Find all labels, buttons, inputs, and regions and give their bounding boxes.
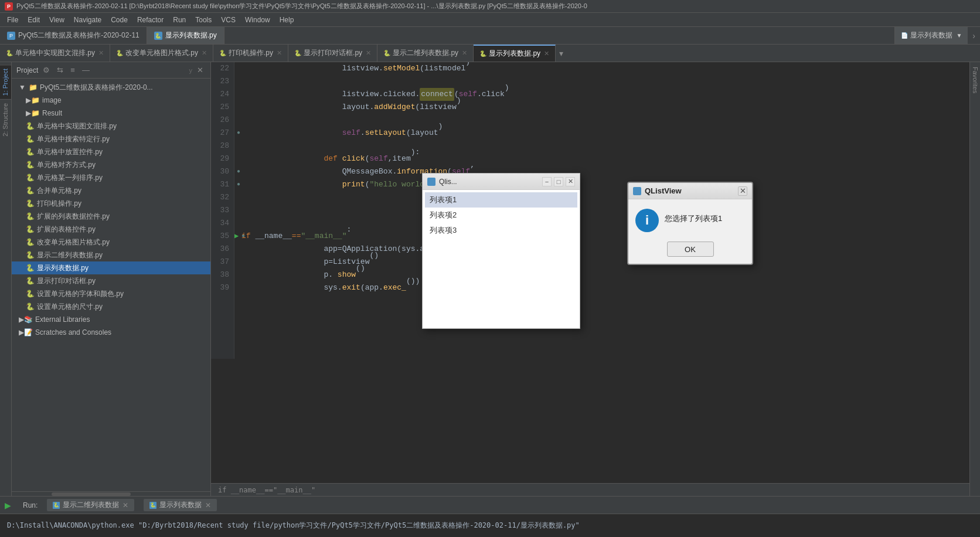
tree-file-7[interactable]: 🐍 扩展的列表数据控件.py [12, 210, 210, 223]
file-dropdown[interactable]: 📄 显示列表数据 ▼ [894, 27, 968, 45]
tab-显示列表数据[interactable]: 🐍 显示列表数据.py ✕ [474, 45, 556, 62]
qlistview-window[interactable]: Qlis... − □ ✕ 列表项1 列表项2 列表项3 [422, 173, 580, 329]
info-titlebar: QListView ✕ [628, 183, 752, 199]
file-icon-1: 🐍 [26, 135, 35, 143]
tree-file-1[interactable]: 🐍 单元格中搜索特定行.py [12, 132, 210, 145]
sidebar-close-icon[interactable]: ✕ [195, 64, 206, 76]
tab-scroll-right[interactable]: › [968, 27, 980, 45]
menu-window[interactable]: Window [240, 15, 275, 25]
tab-close-4[interactable]: ✕ [462, 49, 467, 57]
sidebar-y-letter: y [189, 67, 193, 74]
tab-label-0: 单元格中实现图文混排.py [15, 48, 95, 58]
tree-file-10[interactable]: 🐍 显示二维列表数据.py [12, 249, 210, 261]
menu-edit[interactable]: Edit [23, 15, 45, 25]
menu-tools[interactable]: Tools [190, 15, 216, 25]
file-icon-6: 🐍 [26, 199, 35, 208]
sidebar-settings-icon[interactable]: ⚙ [40, 64, 52, 76]
tab-打印机操作[interactable]: 🐍 打印机操作.py ✕ [213, 45, 288, 62]
sidebar-gear-icon[interactable]: ≡ [68, 64, 77, 76]
sidebar-collapse-icon[interactable]: ⇆ [55, 64, 66, 76]
tree-scratches[interactable]: ▶ 📝 Scratches and Consoles [12, 326, 210, 339]
folder-icon-image: 📁 [31, 96, 40, 104]
run-tab-close-1[interactable]: ✕ [205, 501, 211, 509]
tree-file-13[interactable]: 🐍 设置单元格的字体和颜色.py [12, 287, 210, 300]
tree-file-6[interactable]: 🐍 打印机操作.py [12, 197, 210, 210]
tab-改变单元格图片格式[interactable]: 🐍 改变单元格图片格式.py ✕ [110, 45, 213, 62]
tree-file-11[interactable]: 🐍 显示列表数据.py [12, 261, 210, 274]
tab-label-2: 打印机操作.py [229, 48, 273, 58]
menu-run[interactable]: Run [168, 15, 190, 25]
tree-result-folder[interactable]: ▶ 📁 Result [12, 107, 210, 120]
run-tab-0[interactable]: 🐍 显示二维列表数据 ✕ [47, 499, 134, 511]
qlistview-title: Qlis... [439, 178, 540, 186]
sidebar-minus-icon[interactable]: — [80, 64, 92, 76]
code-line-empty-5 [241, 346, 962, 359]
tab-显示二维列表数据[interactable]: 🐍 显示二维列表数据.py ✕ [377, 45, 474, 62]
file-icon-4: 🐍 [26, 174, 35, 182]
tree-file-label-11: 显示列表数据.py [37, 263, 89, 273]
menu-file[interactable]: File [2, 15, 23, 25]
menu-refactor[interactable]: Refactor [132, 15, 168, 25]
tab-close-1[interactable]: ✕ [202, 49, 207, 57]
run-tab-close-0[interactable]: ✕ [122, 501, 128, 509]
line-numbers: 22232425 26272829 30313233 34353637 3839 [211, 62, 234, 359]
tree-file-12[interactable]: 🐍 显示打印对话框.py [12, 274, 210, 287]
run-tab-1[interactable]: 🐍 显示列表数据 ✕ [144, 499, 217, 511]
tab-close-5[interactable]: ✕ [544, 50, 549, 57]
file-icon-13: 🐍 [26, 290, 35, 298]
editor-tab-more[interactable]: ▾ [556, 49, 567, 58]
run-tab-label-1: 显示列表数据 [159, 500, 202, 510]
tree-file-14[interactable]: 🐍 设置单元格的尺寸.py [12, 300, 210, 313]
project-tab-bar: P PyQt5二维数据及表格操作-2020-02-11 🐍 显示列表数据.py … [0, 27, 980, 45]
menu-view[interactable]: View [45, 15, 69, 25]
tab-单元格中实现图文混排[interactable]: 🐍 单元格中实现图文混排.py ✕ [0, 45, 110, 62]
tree-file-4[interactable]: 🐍 单元格某一列排序.py [12, 171, 210, 184]
tree-root[interactable]: ▼ 📁 PyQt5二维数据及表格操作-2020-0... [12, 81, 210, 94]
active-file-tab[interactable]: 🐍 显示列表数据.py [147, 27, 224, 45]
tree-file-9[interactable]: 🐍 改变单元格图片格式.py [12, 236, 210, 249]
menu-help[interactable]: Help [275, 15, 299, 25]
tree-file-3[interactable]: 🐍 单元格对齐方式.py [12, 158, 210, 171]
tree-image-folder[interactable]: ▶ 📁 image [12, 94, 210, 107]
qlistview-close-btn[interactable]: ✕ [566, 177, 575, 186]
list-item-2[interactable]: 列表项3 [425, 223, 577, 238]
run-icon[interactable]: ▶ [5, 501, 11, 510]
tree-ext-libs[interactable]: ▶ 📚 External Libraries [12, 313, 210, 326]
menu-navigate[interactable]: Navigate [69, 15, 106, 25]
project-tab-icon: P [7, 32, 15, 40]
menu-vcs[interactable]: VCS [216, 15, 240, 25]
sidebar-header: Project ⚙ ⇆ ≡ — y ✕ [12, 62, 210, 79]
info-dialog-title: QListView [645, 186, 738, 195]
list-empty-area [425, 238, 577, 326]
run-tab-icon-1: 🐍 [149, 502, 156, 509]
menu-code[interactable]: Code [106, 15, 132, 25]
info-ok-button[interactable]: OK [667, 242, 714, 257]
sidebar-scrollbar-h[interactable] [12, 491, 210, 496]
project-tab[interactable]: P PyQt5二维数据及表格操作-2020-02-11 [0, 27, 147, 45]
tab-close-0[interactable]: ✕ [98, 49, 104, 57]
tab-2-structure[interactable]: 2: Structure [0, 99, 11, 140]
tree-file-5[interactable]: 🐍 合并单元格.py [12, 184, 210, 197]
info-dialog[interactable]: QListView ✕ i 您选择了列表项1 OK [627, 182, 753, 265]
list-item-0[interactable]: 列表项1 [425, 192, 577, 208]
tree-ext-libs-label: External Libraries [35, 315, 90, 324]
tree-file-label-2: 单元格中放置控件.py [37, 147, 103, 157]
favorites-tab[interactable]: Favorites [970, 62, 981, 98]
qlistview-minimize-btn[interactable]: − [542, 177, 552, 186]
tab-close-2[interactable]: ✕ [277, 49, 282, 57]
file-icon-9: 🐍 [26, 238, 35, 246]
app-icon: P [5, 2, 13, 11]
tab-label-5: 显示列表数据.py [489, 49, 540, 59]
code-lines: listview.setModel(listmodel) listview.cl… [234, 62, 969, 359]
info-close-btn[interactable]: ✕ [738, 186, 747, 196]
code-editor[interactable]: 22232425 26272829 30313233 34353637 3839… [211, 62, 969, 496]
tree-file-label-5: 合并单元格.py [37, 186, 81, 196]
tab-close-3[interactable]: ✕ [366, 49, 371, 57]
list-item-1[interactable]: 列表项2 [425, 208, 577, 223]
tab-1-project[interactable]: 1: Project [0, 64, 11, 99]
tree-file-2[interactable]: 🐍 单元格中放置控件.py [12, 145, 210, 158]
qlistview-maximize-btn[interactable]: □ [554, 177, 563, 186]
tree-file-8[interactable]: 🐍 扩展的表格控件.py [12, 223, 210, 236]
tab-显示打印对话框[interactable]: 🐍 显示打印对话框.py ✕ [288, 45, 377, 62]
tree-file-0[interactable]: 🐍 单元格中实现图文混排.py [12, 120, 210, 132]
